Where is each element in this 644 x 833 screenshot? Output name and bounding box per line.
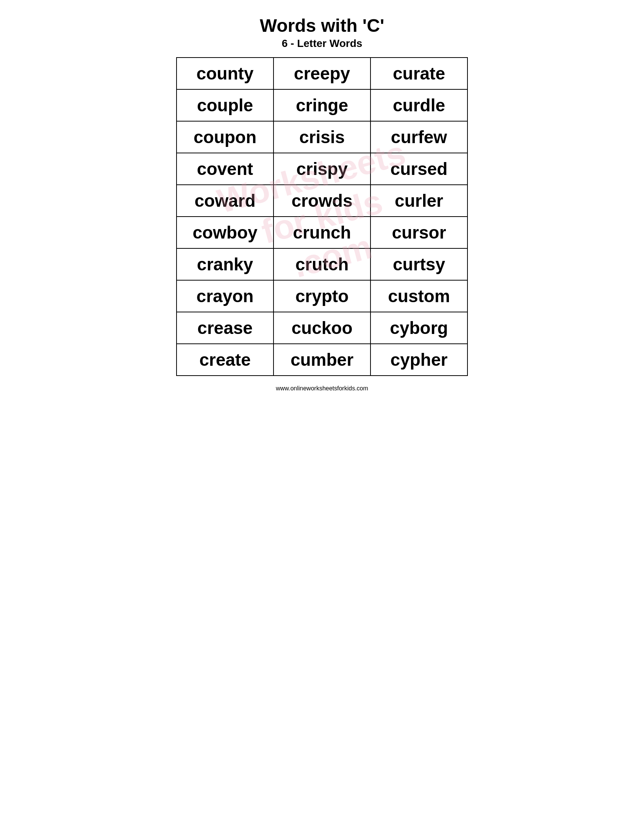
word-text: cowboy: [192, 223, 257, 242]
footer-url: www.onlineworksheetsforkids.com: [276, 385, 368, 392]
page: Words with 'C' 6 - Letter Words Workshee…: [161, 0, 483, 416]
word-text: cumber: [291, 350, 353, 370]
table-cell: cumber: [274, 344, 370, 376]
table-cell: couple: [177, 89, 274, 121]
word-text: couple: [197, 95, 253, 115]
table-row: couplecringecurdle: [177, 89, 467, 121]
table-row: coventcrispycursed: [177, 153, 467, 185]
word-text: curate: [393, 64, 445, 83]
word-text: curtsy: [393, 254, 445, 274]
word-text: create: [199, 350, 251, 370]
word-text: crowds: [291, 191, 352, 211]
table-cell: cringe: [274, 89, 370, 121]
word-text: crisis: [299, 127, 345, 147]
word-text: cringe: [296, 95, 348, 115]
table-cell: curler: [370, 185, 467, 217]
table-row: crayoncryptocustom: [177, 280, 467, 312]
table-cell: curdle: [370, 89, 467, 121]
word-text: cuckoo: [291, 318, 352, 338]
table-row: cowboycrunchcursor: [177, 217, 467, 248]
table-row: creasecuckoocyborg: [177, 312, 467, 344]
table-row: cowardcrowdscurler: [177, 185, 467, 217]
table-cell: curate: [370, 58, 467, 89]
table-cell: cursor: [370, 217, 467, 248]
table-cell: curtsy: [370, 248, 467, 280]
table-row: countycreepycurate: [177, 58, 467, 89]
word-table: countycreepycuratecouplecringecurdlecoup…: [176, 57, 468, 376]
table-cell: crayon: [177, 280, 274, 312]
table-cell: crowds: [274, 185, 370, 217]
word-text: cypher: [391, 350, 448, 370]
table-cell: create: [177, 344, 274, 376]
word-text: custom: [388, 286, 450, 306]
word-text: cyborg: [390, 318, 448, 338]
table-cell: covent: [177, 153, 274, 185]
table-cell: coupon: [177, 121, 274, 153]
table-row: couponcrisiscurfew: [177, 121, 467, 153]
word-text: cursor: [392, 223, 446, 242]
page-subtitle: 6 - Letter Words: [282, 37, 362, 50]
table-cell: crisis: [274, 121, 370, 153]
table-cell: crutch: [274, 248, 370, 280]
table-cell: cuckoo: [274, 312, 370, 344]
table-cell: county: [177, 58, 274, 89]
word-text: curler: [395, 191, 443, 211]
word-text: curdle: [393, 95, 445, 115]
word-text: crayon: [196, 286, 254, 306]
table-cell: curfew: [370, 121, 467, 153]
word-text: curfew: [391, 127, 447, 147]
word-text: cursed: [391, 159, 448, 179]
table-cell: cyborg: [370, 312, 467, 344]
table-wrapper: Worksheetsfor kids.com countycreepycurat…: [176, 57, 468, 376]
word-text: crunch: [293, 223, 351, 242]
table-cell: crypto: [274, 280, 370, 312]
table-cell: cypher: [370, 344, 467, 376]
table-row: crankycrutchcurtsy: [177, 248, 467, 280]
word-text: crypto: [295, 286, 349, 306]
word-text: coward: [194, 191, 255, 211]
word-text: crutch: [295, 254, 349, 274]
table-cell: cursed: [370, 153, 467, 185]
table-cell: crunch: [274, 217, 370, 248]
table-row: createcumbercypher: [177, 344, 467, 376]
word-text: county: [196, 64, 254, 83]
word-text: crispy: [296, 159, 348, 179]
word-text: cranky: [197, 254, 253, 274]
table-cell: custom: [370, 280, 467, 312]
table-cell: coward: [177, 185, 274, 217]
table-cell: crease: [177, 312, 274, 344]
table-cell: creepy: [274, 58, 370, 89]
page-title: Words with 'C': [260, 15, 385, 36]
word-text: creepy: [294, 64, 350, 83]
word-text: covent: [197, 159, 253, 179]
table-cell: cranky: [177, 248, 274, 280]
word-text: coupon: [193, 127, 256, 147]
table-cell: cowboy: [177, 217, 274, 248]
table-cell: crispy: [274, 153, 370, 185]
word-text: crease: [197, 318, 253, 338]
